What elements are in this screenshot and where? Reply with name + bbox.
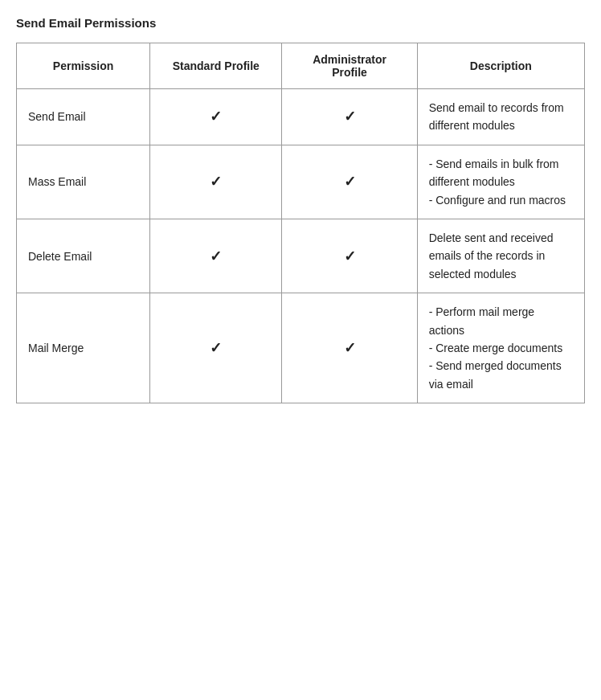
header-permission: Permission [17,43,150,89]
checkmark-icon: ✓ [344,340,356,356]
page-title: Send Email Permissions [16,16,585,30]
header-standard: Standard Profile [150,43,282,89]
standard-check-cell: ✓ [150,219,282,293]
table-row: Mass Email✓✓- Send emails in bulk from d… [17,145,585,219]
admin-check-cell: ✓ [282,293,417,403]
checkmark-icon: ✓ [210,340,222,356]
admin-check-cell: ✓ [282,145,417,219]
checkmark-icon: ✓ [344,174,356,190]
table-row: Delete Email✓✓Delete sent and received e… [17,219,585,293]
admin-check-cell: ✓ [282,89,417,145]
checkmark-icon: ✓ [210,174,222,190]
header-admin: Administrator Profile [282,43,417,89]
standard-check-cell: ✓ [150,293,282,403]
permission-cell: Mail Merge [17,293,150,403]
description-cell: - Send emails in bulk from different mod… [417,145,584,219]
permission-cell: Mass Email [17,145,150,219]
description-cell: - Perform mail merge actions- Create mer… [417,293,584,403]
permission-cell: Delete Email [17,219,150,293]
standard-check-cell: ✓ [150,145,282,219]
table-header-row: Permission Standard Profile Administrato… [17,43,585,89]
permission-cell: Send Email [17,89,150,145]
description-cell: Delete sent and received emails of the r… [417,219,584,293]
checkmark-icon: ✓ [210,248,222,264]
checkmark-icon: ✓ [344,248,356,264]
admin-check-cell: ✓ [282,219,417,293]
header-description: Description [417,43,584,89]
checkmark-icon: ✓ [344,108,356,125]
table-row: Mail Merge✓✓- Perform mail merge actions… [17,293,585,403]
checkmark-icon: ✓ [210,108,222,125]
table-row: Send Email✓✓Send email to records from d… [17,89,585,145]
standard-check-cell: ✓ [150,89,282,145]
description-cell: Send email to records from different mod… [417,89,584,145]
permissions-table: Permission Standard Profile Administrato… [16,43,585,403]
